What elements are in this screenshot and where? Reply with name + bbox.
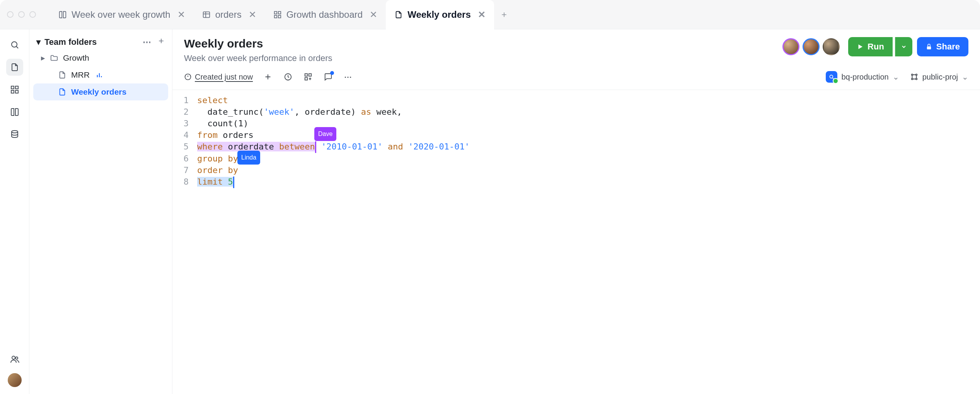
- svg-rect-13: [927, 46, 931, 49]
- more-button[interactable]: ⋯: [343, 72, 353, 82]
- avatar[interactable]: [823, 38, 840, 55]
- window-zoom[interactable]: [29, 11, 36, 18]
- sidebar-item-label: MRR: [71, 70, 90, 80]
- sidebar-section-header[interactable]: ▾ Team folders ⋯: [33, 35, 168, 49]
- apps-button[interactable]: [303, 72, 313, 82]
- svg-point-5: [12, 42, 17, 47]
- comments-button[interactable]: [323, 72, 333, 82]
- svg-rect-9: [15, 90, 18, 93]
- connection-selector[interactable]: bq-production ⌄: [826, 71, 899, 83]
- tab-label: Growth dashboard: [286, 9, 363, 20]
- presence-label: Dave: [314, 127, 336, 141]
- window-minimize[interactable]: [18, 11, 25, 18]
- window-close[interactable]: [7, 11, 14, 18]
- file-icon: [58, 71, 66, 79]
- tab-week-over-week[interactable]: Week over week growth ✕: [50, 0, 194, 29]
- close-icon[interactable]: ✕: [177, 9, 185, 20]
- sidebar-section-title: Team folders: [44, 37, 97, 47]
- tab-growth-dashboard[interactable]: Growth dashboard ✕: [265, 0, 386, 29]
- svg-rect-1: [274, 11, 276, 14]
- rail-files[interactable]: [6, 59, 23, 76]
- presence-label: Linda: [237, 151, 260, 165]
- folder-icon: [50, 54, 58, 62]
- tab-label: Weekly orders: [407, 9, 471, 20]
- rail-search[interactable]: [6, 36, 23, 53]
- tab-orders[interactable]: orders ✕: [194, 0, 265, 29]
- share-button[interactable]: Share: [917, 37, 968, 56]
- chart-badge-icon: [96, 71, 103, 78]
- svg-point-20: [911, 74, 913, 76]
- close-icon[interactable]: ✕: [249, 9, 256, 20]
- svg-rect-2: [278, 11, 281, 14]
- schema-selector[interactable]: public-proj ⌄: [910, 72, 968, 82]
- svg-point-21: [915, 74, 917, 76]
- rail-docs[interactable]: [6, 104, 23, 121]
- avatar[interactable]: [803, 38, 820, 55]
- document-pane: Weekly orders Week over week performance…: [172, 29, 980, 394]
- close-icon[interactable]: ✕: [478, 9, 486, 20]
- caret-down-icon: ▾: [36, 37, 41, 47]
- tab-bar: Week over week growth ✕ orders ✕ Growth …: [0, 0, 980, 29]
- svg-rect-18: [305, 78, 307, 80]
- share-label: Share: [936, 42, 960, 52]
- svg-rect-4: [278, 15, 281, 17]
- caret-right-icon: ▸: [41, 53, 45, 63]
- avatar[interactable]: [782, 38, 799, 55]
- rail-dashboards[interactable]: [6, 81, 23, 98]
- rail-data[interactable]: [6, 126, 23, 143]
- folder-sidebar: ▾ Team folders ⋯ ▸ Growth MRR: [29, 29, 172, 394]
- schema-icon: [910, 73, 919, 81]
- sql-editor[interactable]: 1select2 date_trunc('week', orderdate) a…: [172, 90, 980, 196]
- svg-rect-16: [305, 74, 307, 76]
- presence-avatars: [782, 38, 840, 55]
- file-icon: [394, 10, 403, 19]
- sidebar-item-mrr[interactable]: MRR: [33, 66, 168, 83]
- run-label: Run: [868, 42, 884, 52]
- rail-user-avatar[interactable]: [8, 373, 22, 387]
- book-icon: [58, 10, 67, 19]
- svg-point-12: [15, 357, 18, 359]
- sidebar-item-label: Weekly orders: [71, 87, 126, 97]
- file-icon: [58, 88, 66, 96]
- sidebar-item-label: Growth: [63, 53, 89, 63]
- run-dropdown[interactable]: [895, 37, 912, 56]
- svg-rect-0: [203, 12, 210, 17]
- sidebar-item-growth[interactable]: ▸ Growth: [33, 49, 168, 66]
- svg-point-10: [12, 131, 18, 133]
- doc-title[interactable]: Weekly orders: [184, 37, 332, 50]
- svg-point-22: [911, 78, 913, 80]
- connection-name: bq-production: [841, 73, 888, 82]
- svg-rect-7: [15, 86, 18, 89]
- created-timestamp[interactable]: Created just now: [184, 73, 253, 82]
- nav-rail: [0, 29, 29, 394]
- tab-label: Week over week growth: [72, 9, 170, 20]
- new-tab-button[interactable]: [494, 0, 514, 29]
- svg-rect-3: [274, 15, 276, 17]
- dashboard-icon: [273, 10, 282, 19]
- chevron-down-icon: ⌄: [893, 72, 899, 82]
- table-icon: [202, 10, 211, 19]
- svg-point-19: [830, 75, 833, 78]
- svg-point-23: [915, 78, 917, 80]
- add-icon[interactable]: [157, 37, 165, 47]
- doc-subtitle[interactable]: Week over week performance in orders: [184, 53, 332, 63]
- connection-badge-icon: [826, 71, 837, 83]
- add-block-button[interactable]: [263, 72, 273, 82]
- svg-rect-6: [11, 86, 14, 89]
- tab-label: orders: [215, 9, 242, 20]
- close-icon[interactable]: ✕: [370, 9, 377, 20]
- history-button[interactable]: [283, 72, 293, 82]
- rail-team[interactable]: [6, 351, 23, 368]
- svg-rect-17: [309, 74, 311, 76]
- sidebar-item-weekly-orders[interactable]: Weekly orders: [33, 83, 168, 100]
- more-icon[interactable]: ⋯: [143, 37, 151, 47]
- window-controls: [7, 11, 36, 18]
- run-button[interactable]: Run: [848, 37, 893, 56]
- svg-point-11: [12, 356, 15, 359]
- doc-toolbar: Created just now ⋯ bq-production ⌄: [184, 71, 968, 83]
- schema-name: public-proj: [922, 73, 958, 82]
- svg-rect-8: [11, 90, 14, 93]
- chevron-down-icon: ⌄: [962, 72, 968, 82]
- tab-weekly-orders[interactable]: Weekly orders ✕: [386, 0, 494, 29]
- created-label: Created just now: [195, 73, 253, 82]
